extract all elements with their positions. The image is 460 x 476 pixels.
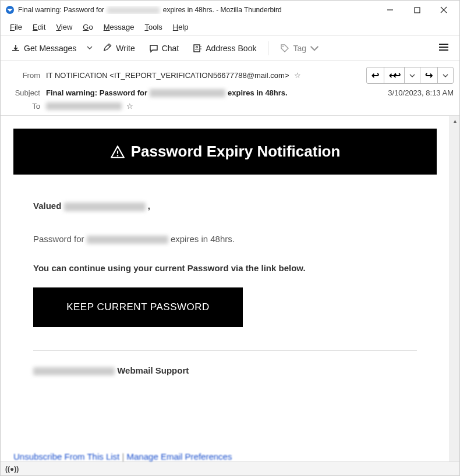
chevron-down-icon [310, 44, 319, 53]
menu-message[interactable]: Message [99, 20, 139, 34]
chat-icon [149, 44, 158, 53]
svg-point-14 [116, 155, 118, 157]
star-icon[interactable]: ☆ [294, 71, 301, 80]
tag-button[interactable]: Tag [274, 40, 325, 56]
email-banner: Password Expiry Notification [13, 129, 437, 175]
maximize-button[interactable] [404, 1, 430, 19]
get-messages-button[interactable]: Get Messages [5, 40, 82, 56]
hamburger-icon [438, 42, 449, 52]
message-actions: ↩ ↩↩ ↪ [366, 67, 454, 84]
scrollbar[interactable]: ▴ ▾ [450, 116, 459, 470]
line1-suffix: expires in 48hrs. [171, 234, 235, 244]
menu-edit[interactable]: Edit [28, 20, 50, 34]
app-menu-button[interactable] [433, 39, 455, 57]
support-line: Webmail Support [33, 363, 417, 379]
email-body-text: Valued , Password for expires in 48hrs. … [13, 175, 437, 390]
menu-help[interactable]: Help [168, 20, 193, 34]
menu-tools[interactable]: Tools [140, 20, 167, 34]
tag-icon [280, 44, 289, 53]
get-messages-dropdown[interactable] [84, 40, 95, 56]
message-body[interactable]: pcrisk.com Password Expiry Notification … [1, 116, 450, 470]
redacted-text [46, 102, 122, 110]
titlebar: Final warning: Password for expires in 4… [1, 1, 459, 19]
email-content: Password Expiry Notification Valued , Pa… [13, 129, 437, 390]
chevron-down-icon [87, 45, 93, 51]
keep-password-button[interactable]: KEEP CURRENT PASSWORD [33, 287, 243, 327]
download-icon [11, 44, 20, 53]
window-title-suffix: expires in 48hrs. - Mozilla Thunderbird [163, 6, 282, 14]
footer-links: Unsubscribe From This ListManage Email P… [13, 449, 232, 461]
subject-label: Subject [6, 88, 40, 97]
redacted-text [33, 367, 115, 375]
address-book-button[interactable]: Address Book [187, 40, 262, 56]
more-actions-dropdown[interactable] [437, 67, 454, 84]
address-book-label: Address Book [206, 44, 256, 53]
message-headers: From IT NOTIFICATION <IT_REPORT_VERIFICA… [1, 61, 459, 116]
window-controls [377, 1, 457, 19]
menu-view[interactable]: View [51, 20, 77, 34]
greeting-prefix: Valued [33, 201, 61, 211]
warning-icon [110, 144, 125, 159]
activity-icon: ((●)) [5, 465, 19, 473]
banner-title: Password Expiry Notification [131, 143, 341, 161]
line2: You can continue using your current Pass… [33, 263, 306, 273]
toolbar: Get Messages Write Chat Address Book Tag [1, 35, 459, 61]
window-title-prefix: Final warning: Password for [18, 6, 104, 14]
statusbar: ((●)) [1, 461, 459, 475]
window-title: Final warning: Password for expires in 4… [18, 6, 377, 14]
redacted-text [64, 203, 146, 211]
menubar: File Edit View Go Message Tools Help [1, 19, 459, 35]
chat-label: Chat [162, 44, 179, 53]
menu-file[interactable]: File [5, 20, 27, 34]
separator [33, 350, 417, 351]
svg-rect-2 [415, 8, 420, 13]
pencil-icon [103, 44, 112, 53]
address-book-icon [193, 44, 202, 53]
from-value: IT NOTIFICATION <IT_REPORT_VERIFICATION5… [46, 71, 366, 80]
redacted-text [107, 7, 160, 14]
from-label: From [6, 71, 40, 80]
message-date: 3/10/2023, 8:13 AM [388, 88, 454, 97]
to-label: To [6, 102, 40, 111]
app-icon [5, 5, 15, 15]
minimize-button[interactable] [377, 1, 404, 19]
menu-go[interactable]: Go [78, 20, 97, 34]
scroll-up-button[interactable]: ▴ [450, 116, 460, 126]
reply-all-button[interactable]: ↩↩ [384, 67, 405, 84]
to-value: ☆ [46, 102, 454, 111]
redacted-text [150, 89, 225, 97]
write-button[interactable]: Write [97, 40, 140, 56]
tag-label: Tag [293, 44, 306, 53]
close-button[interactable] [430, 1, 457, 19]
chat-button[interactable]: Chat [143, 40, 185, 56]
redacted-text [87, 236, 168, 244]
svg-point-6 [196, 46, 198, 48]
reply-all-dropdown[interactable] [404, 67, 420, 84]
forward-button[interactable]: ↪ [420, 67, 438, 84]
write-label: Write [116, 44, 135, 53]
separator [268, 41, 268, 55]
line1-prefix: Password for [33, 234, 84, 244]
get-messages-label: Get Messages [24, 44, 76, 53]
message-body-area: pcrisk.com Password Expiry Notification … [1, 116, 459, 470]
svg-point-9 [282, 46, 284, 47]
star-icon[interactable]: ☆ [126, 102, 133, 111]
subject-value: Final warning: Password for expires in 4… [46, 88, 382, 97]
unsubscribe-link[interactable]: Unsubscribe From This List [13, 452, 119, 461]
manage-preferences-link[interactable]: Manage Email Preferences [119, 452, 232, 461]
reply-button[interactable]: ↩ [366, 67, 384, 84]
